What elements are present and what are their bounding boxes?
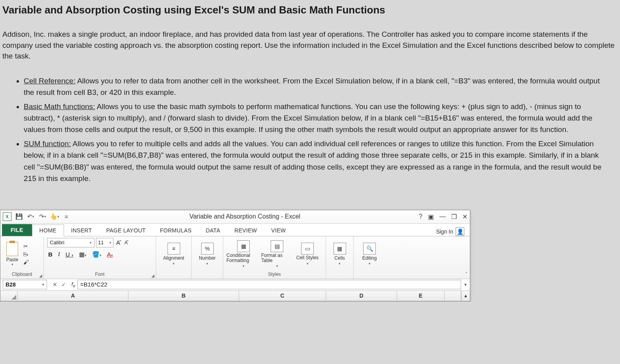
percent-icon: % — [201, 243, 214, 255]
redo-icon[interactable]: ↷▾ — [38, 212, 47, 221]
group-label-alignment — [159, 271, 188, 278]
bullet-label: Cell Reference: — [24, 77, 75, 85]
tab-file[interactable]: FILE — [2, 224, 32, 236]
paste-button[interactable]: Paste ▾ — [4, 242, 21, 266]
italic-button[interactable]: I — [57, 251, 61, 258]
copy-icon[interactable]: ⎘▾ — [23, 251, 29, 257]
number-button[interactable]: % Number ▾ — [195, 243, 220, 266]
column-header-A[interactable]: A — [18, 291, 128, 301]
dialog-launcher-icon[interactable]: ◢ — [151, 273, 155, 278]
enter-formula-icon[interactable]: ✓ — [61, 281, 66, 288]
ribbon: Paste ▾ ✂ ⎘▾ 🖌 Clipboard ◢ Calibri▾ — [0, 236, 470, 279]
scroll-up-icon[interactable]: ▲ — [461, 291, 470, 301]
select-all-button[interactable] — [0, 291, 18, 301]
decrease-font-icon[interactable]: Aˇ — [123, 240, 129, 246]
find-icon: 🔍 — [363, 243, 376, 255]
customize-qat-icon[interactable]: = — [62, 212, 71, 221]
column-header-next[interactable] — [445, 291, 461, 301]
undo-icon[interactable]: ↶▾ — [26, 212, 35, 221]
name-box-value: B28 — [6, 281, 16, 288]
bullet-label: SUM function: — [24, 140, 71, 148]
tab-formulas[interactable]: FORMULAS — [153, 225, 199, 236]
editing-button[interactable]: 🔍 Editing ▾ — [357, 243, 382, 266]
column-header-E[interactable]: E — [397, 291, 445, 301]
formula-value: =B16*C22 — [80, 281, 107, 288]
group-label-cells — [329, 271, 350, 278]
tab-review[interactable]: REVIEW — [227, 225, 264, 236]
group-editing: 🔍 Editing ▾ — [354, 236, 385, 279]
window-controls: ? ▣ — ❐ ✕ — [419, 213, 467, 221]
cancel-formula-icon[interactable]: ✕ — [53, 281, 57, 288]
dialog-launcher-icon[interactable]: ◢ — [39, 273, 42, 278]
close-icon[interactable]: ✕ — [462, 213, 467, 221]
font-size-select[interactable]: 11▾ — [96, 238, 113, 247]
column-header-D[interactable]: D — [326, 291, 397, 301]
group-label-number — [195, 271, 220, 278]
alignment-button[interactable]: ≡ Alignment ▾ — [159, 243, 188, 266]
conditional-formatting-button[interactable]: ▦ Conditional Formatting▾ — [226, 240, 260, 268]
format-as-table-label: Format as Table — [261, 253, 293, 263]
fill-color-icon[interactable]: 🪣▾ — [91, 251, 103, 258]
bullet-list: Cell Reference: Allows you to refer to d… — [0, 71, 620, 203]
minimize-icon[interactable]: — — [439, 213, 446, 220]
restore-icon[interactable]: ❐ — [451, 213, 457, 221]
tab-view[interactable]: VIEW — [264, 225, 293, 236]
bold-button[interactable]: B — [47, 251, 54, 258]
excel-app-icon: X — [3, 212, 11, 221]
cells-label: Cells — [334, 255, 345, 261]
underline-button[interactable]: U ▾ — [64, 251, 75, 258]
cells-icon: ▦ — [334, 243, 346, 255]
format-as-table-button[interactable]: ▤ Format as Table▾ — [261, 240, 293, 268]
tab-home[interactable]: HOME — [32, 224, 64, 236]
ribbon-display-icon[interactable]: ▣ — [428, 213, 434, 221]
group-styles: ▦ Conditional Formatting▾ ▤ Format as Ta… — [223, 236, 326, 279]
font-name-select[interactable]: Calibri▾ — [47, 238, 94, 247]
group-cells: ▦ Cells ▾ — [326, 236, 354, 279]
editing-label: Editing — [362, 255, 377, 261]
cell-styles-button[interactable]: ▭ Cell Styles▾ — [294, 243, 321, 265]
format-painter-icon[interactable]: 🖌 — [23, 259, 29, 265]
group-label-font: Font — [47, 271, 153, 278]
conditional-formatting-label: Conditional Formatting — [226, 253, 260, 263]
paste-label: Paste — [6, 257, 19, 262]
help-icon[interactable]: ? — [419, 213, 422, 220]
chevron-down-icon[interactable]: ▾ — [42, 283, 44, 287]
expand-formula-bar-icon[interactable]: ▾ — [461, 282, 470, 287]
ribbon-tabbar: FILE HOME INSERT PAGE LAYOUT FORMULAS DA… — [0, 224, 470, 236]
cells-button[interactable]: ▦ Cells ▾ — [329, 243, 350, 266]
list-item: Cell Reference: Allows you to refer to d… — [24, 75, 608, 98]
list-item: Basic Math functions: Allows you to use … — [24, 101, 608, 136]
group-font: Calibri▾ 11▾ Aˆ Aˇ B I U ▾ ▦▾ 🪣▾ A▾ — [44, 236, 156, 279]
bullet-text: Allows you to refer to multiple cells an… — [24, 140, 601, 183]
intro-paragraph: Addison, Inc. makes a single product, an… — [0, 23, 620, 71]
font-color-icon[interactable]: A▾ — [106, 251, 114, 258]
group-label-clipboard: Clipboard — [4, 271, 40, 278]
sign-in-label: Sign In — [436, 228, 453, 235]
sign-in[interactable]: Sign In 👤 — [432, 227, 468, 236]
increase-font-icon[interactable]: Aˆ — [115, 239, 122, 246]
conditional-formatting-icon: ▦ — [237, 240, 250, 252]
font-size-value: 11 — [98, 240, 104, 245]
tab-data[interactable]: DATA — [199, 225, 227, 236]
column-header-C[interactable]: C — [239, 291, 326, 301]
group-label-styles: Styles — [226, 271, 322, 278]
tab-page-layout[interactable]: PAGE LAYOUT — [99, 225, 153, 236]
formula-input[interactable]: =B16*C22 — [77, 280, 461, 289]
avatar-icon: 👤 — [456, 227, 464, 236]
document-title: Variable and Absorption Costing - Excel — [71, 213, 419, 220]
fx-icon[interactable]: fx — [69, 281, 77, 288]
touch-mode-icon[interactable]: 👆▾ — [50, 212, 59, 221]
tab-insert[interactable]: INSERT — [64, 225, 99, 236]
collapse-ribbon-icon[interactable]: ˄ — [465, 272, 467, 277]
column-header-B[interactable]: B — [128, 291, 239, 301]
font-name-value: Calibri — [50, 240, 64, 245]
quick-access-toolbar: X 💾 ↶▾ ↷▾ 👆▾ = — [3, 212, 71, 221]
name-box[interactable]: B28 ▾ — [3, 280, 47, 289]
borders-icon[interactable]: ▦▾ — [78, 251, 88, 258]
alignment-label: Alignment — [163, 255, 184, 261]
column-headers: A B C D E ▲ — [0, 291, 470, 301]
cell-styles-label: Cell Styles — [296, 255, 319, 260]
list-item: SUM function: Allows you to refer to mul… — [24, 138, 608, 185]
save-icon[interactable]: 💾 — [15, 212, 23, 221]
cut-icon[interactable]: ✂ — [23, 243, 29, 249]
